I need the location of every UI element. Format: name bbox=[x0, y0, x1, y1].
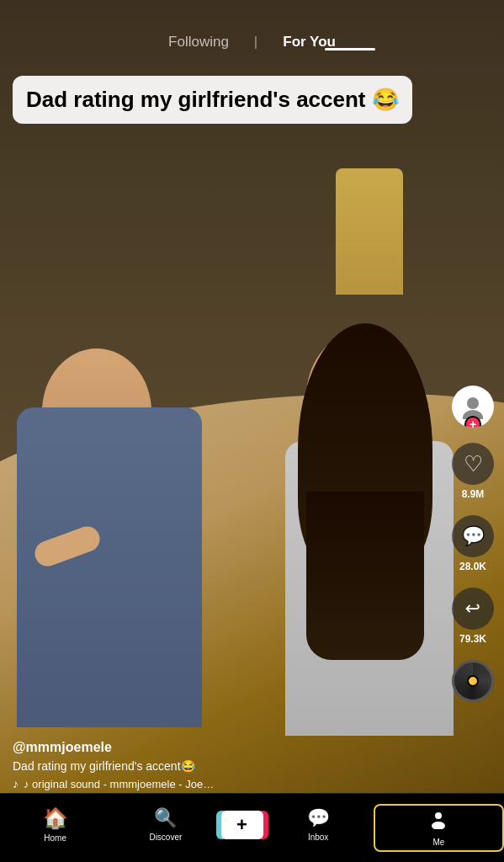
nav-me[interactable]: Me bbox=[374, 804, 504, 852]
search-icon: 🔍 bbox=[154, 807, 177, 829]
like-count: 8.9M bbox=[462, 488, 485, 500]
comment-action[interactable]: 💬 28.0K bbox=[452, 515, 494, 572]
like-action[interactable]: ♡ 8.9M bbox=[452, 443, 494, 500]
heart-icon: ♡ bbox=[464, 451, 483, 477]
comment-count: 28.0K bbox=[459, 561, 486, 572]
right-actions-panel: + ♡ 8.9M 💬 28.0K ↪ 79.3K bbox=[452, 386, 494, 702]
share-action[interactable]: ↪ 79.3K bbox=[452, 588, 494, 645]
music-note-icon: ♪ bbox=[13, 777, 19, 790]
bottom-navigation: 🏠 Home 🔍 Discover + 💬 Inbox bbox=[0, 793, 504, 862]
tab-following[interactable]: Following bbox=[160, 29, 237, 55]
music-disc-action[interactable] bbox=[452, 660, 494, 702]
create-button[interactable]: + bbox=[221, 811, 263, 839]
follow-badge: + bbox=[464, 416, 481, 428]
top-navigation: Following | For You bbox=[0, 0, 504, 63]
video-description: Dad rating my girlfriend's accent😂 bbox=[13, 759, 437, 773]
nav-create[interactable]: + bbox=[221, 811, 263, 846]
profile-avatar: + bbox=[452, 386, 494, 428]
inbox-icon: 💬 bbox=[307, 807, 330, 829]
person-left bbox=[17, 349, 219, 727]
home-label: Home bbox=[44, 833, 66, 843]
home-icon: 🏠 bbox=[43, 806, 68, 830]
music-disc bbox=[452, 660, 494, 702]
svg-point-0 bbox=[467, 397, 479, 409]
plus-icon: + bbox=[221, 811, 263, 839]
me-profile-icon bbox=[428, 809, 448, 829]
chair bbox=[336, 168, 403, 295]
person-right bbox=[285, 315, 470, 736]
video-container: Following | For You Dad rating my girlfr… bbox=[0, 0, 504, 862]
video-title-overlay: Dad rating my girlfriend's accent 😂 bbox=[13, 76, 437, 124]
person-right-hair bbox=[298, 323, 432, 576]
video-title-box: Dad rating my girlfriend's accent 😂 bbox=[13, 76, 412, 124]
profile-follow-action[interactable]: + bbox=[452, 386, 494, 428]
comment-icon: 💬 bbox=[462, 525, 485, 547]
me-label: Me bbox=[432, 838, 444, 847]
nav-inbox[interactable]: 💬 Inbox bbox=[263, 807, 374, 849]
video-info-panel: @mmmjoemele Dad rating my girlfriend's a… bbox=[13, 740, 437, 790]
discover-label: Discover bbox=[149, 833, 182, 842]
svg-point-3 bbox=[432, 822, 445, 829]
active-tab-indicator bbox=[325, 48, 375, 51]
username[interactable]: @mmmjoemele bbox=[13, 740, 437, 755]
profile-icon bbox=[428, 809, 448, 834]
music-info[interactable]: ♪ ♪ original sound - mmmjoemele - Joe… bbox=[13, 777, 437, 790]
share-icon: ↪ bbox=[465, 598, 480, 620]
video-title: Dad rating my girlfriend's accent 😂 bbox=[26, 87, 399, 112]
like-icon-circle: ♡ bbox=[452, 443, 494, 485]
inbox-label: Inbox bbox=[308, 833, 328, 842]
share-count: 79.3K bbox=[459, 633, 486, 645]
music-disc-center bbox=[467, 675, 479, 687]
nav-divider: | bbox=[254, 34, 257, 51]
share-icon-circle: ↪ bbox=[452, 588, 494, 630]
person-left-body bbox=[17, 407, 202, 727]
comment-icon-circle: 💬 bbox=[452, 515, 494, 557]
nav-discover[interactable]: 🔍 Discover bbox=[110, 807, 220, 849]
music-text: ♪ original sound - mmmjoemele - Joe… bbox=[24, 778, 214, 790]
nav-home[interactable]: 🏠 Home bbox=[0, 806, 110, 849]
svg-point-2 bbox=[435, 812, 442, 819]
